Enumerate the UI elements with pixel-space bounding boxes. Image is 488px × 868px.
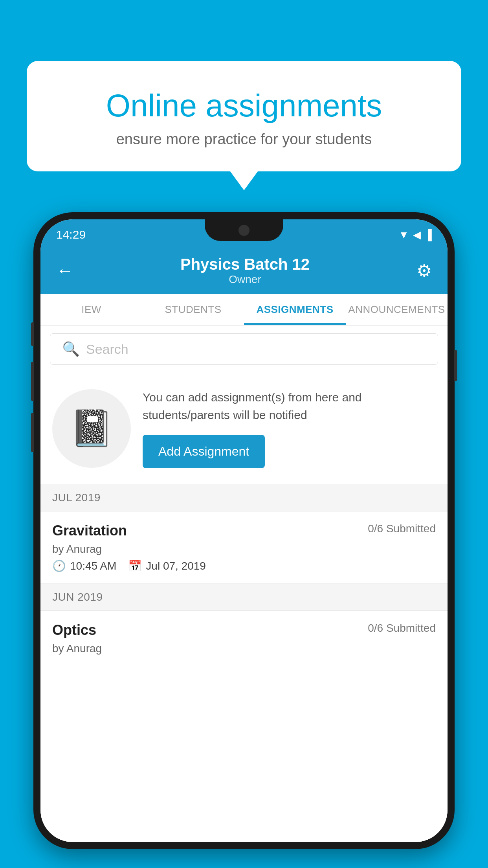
header-title: Physics Batch 12 [73, 256, 416, 273]
assignment-item-gravitation[interactable]: Gravitation 0/6 Submitted by Anurag 🕐 10… [40, 511, 448, 584]
header-title-container: Physics Batch 12 Owner [73, 256, 416, 286]
promo-section: 📓 You can add assignment(s) from here an… [40, 373, 448, 484]
phone-notch [205, 219, 283, 241]
search-placeholder: Search [86, 342, 128, 357]
tab-assignments[interactable]: ASSIGNMENTS [244, 294, 346, 325]
assignment-meta-gravitation: by Anurag [52, 543, 436, 555]
tab-iew[interactable]: IEW [40, 294, 142, 325]
header-subtitle: Owner [73, 273, 416, 286]
section-header-jul: JUL 2019 [40, 484, 448, 511]
tab-announcements[interactable]: ANNOUNCEMENTS [346, 294, 448, 325]
clock-icon: 🕐 [52, 559, 66, 572]
search-icon: 🔍 [62, 341, 80, 357]
add-assignment-button[interactable]: Add Assignment [143, 435, 265, 468]
section-header-jun: JUN 2019 [40, 584, 448, 611]
calendar-icon: 📅 [128, 559, 142, 572]
assignment-item-optics[interactable]: Optics 0/6 Submitted by Anurag [40, 611, 448, 670]
assignment-submitted-gravitation: 0/6 Submitted [368, 522, 436, 535]
promo-content: You can add assignment(s) from here and … [143, 388, 436, 468]
tab-students[interactable]: STUDENTS [142, 294, 244, 325]
assignment-date-gravitation: 📅 Jul 07, 2019 [128, 559, 206, 572]
speech-bubble-title: Online assignments [58, 88, 430, 123]
app-header: ← Physics Batch 12 Owner ⚙ [40, 247, 448, 294]
phone-btn-left1 [31, 322, 34, 346]
assignment-meta-optics: by Anurag [52, 642, 436, 655]
assignment-top-optics: Optics 0/6 Submitted [52, 622, 436, 638]
back-button[interactable]: ← [56, 261, 73, 280]
phone-outer: 14:29 ▼ ◀ ▐ ← Physics Batch 12 Owner ⚙ [33, 212, 455, 849]
search-bar[interactable]: 🔍 Search [50, 333, 438, 365]
speech-bubble-container: Online assignments ensure more practice … [27, 61, 461, 171]
assignment-submitted-optics: 0/6 Submitted [368, 622, 436, 634]
promo-text: You can add assignment(s) from here and … [143, 388, 436, 424]
phone-btn-left3 [31, 413, 34, 452]
assignment-time-gravitation: 🕐 10:45 AM [52, 559, 116, 572]
assignment-top: Gravitation 0/6 Submitted [52, 522, 436, 539]
notebook-icon: 📓 [70, 408, 114, 449]
battery-icon: ▐ [425, 229, 432, 241]
phone-camera [238, 225, 250, 236]
phone-mockup: 14:29 ▼ ◀ ▐ ← Physics Batch 12 Owner ⚙ [33, 212, 455, 849]
assignment-name-optics: Optics [52, 622, 96, 638]
speech-bubble: Online assignments ensure more practice … [27, 61, 461, 171]
speech-bubble-subtitle: ensure more practice for your students [58, 131, 430, 148]
wifi-icon: ▼ [399, 229, 409, 241]
phone-content: 🔍 Search 📓 You can add assignment(s) fro… [40, 326, 448, 842]
settings-icon[interactable]: ⚙ [416, 261, 432, 281]
tabs-container: IEW STUDENTS ASSIGNMENTS ANNOUNCEMENTS [40, 294, 448, 326]
assignment-name-gravitation: Gravitation [52, 522, 127, 539]
assignment-details-gravitation: 🕐 10:45 AM 📅 Jul 07, 2019 [52, 559, 436, 572]
phone-btn-left2 [31, 362, 34, 401]
status-time: 14:29 [56, 228, 86, 241]
promo-icon-circle: 📓 [52, 389, 131, 468]
signal-icon: ◀ [413, 229, 421, 241]
phone-screen: 14:29 ▼ ◀ ▐ ← Physics Batch 12 Owner ⚙ [40, 219, 448, 842]
phone-btn-right [454, 350, 457, 381]
search-container: 🔍 Search [40, 326, 448, 373]
status-icons: ▼ ◀ ▐ [399, 229, 432, 241]
